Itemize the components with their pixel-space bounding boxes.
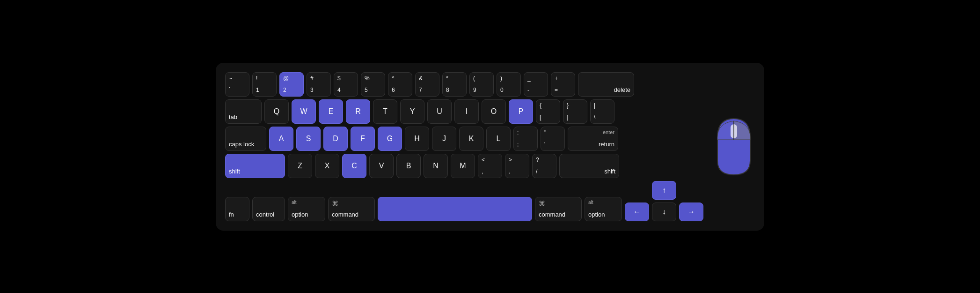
key-alt-right[interactable]: alt option [585, 197, 622, 221]
key-tab[interactable]: tab [225, 99, 262, 124]
key-c[interactable]: C [342, 154, 366, 178]
key-9[interactable]: ( 9 [469, 72, 494, 97]
key-quote[interactable]: " ' [541, 127, 565, 151]
key-lbracket[interactable]: { [ [536, 99, 560, 124]
key-backslash[interactable]: | \ [590, 99, 614, 124]
row-bottom: fn control alt option ⌘ command ⌘ comman… [225, 181, 703, 221]
key-r[interactable]: R [346, 99, 370, 124]
key-5[interactable]: % 5 [361, 72, 385, 97]
key-q[interactable]: Q [264, 99, 289, 124]
key-p[interactable]: P [509, 99, 533, 124]
key-arrow-left[interactable]: ← [625, 203, 649, 221]
key-control[interactable]: control [252, 197, 285, 221]
key-1[interactable]: ! 1 [252, 72, 277, 97]
key-command-left[interactable]: ⌘ command [328, 197, 375, 221]
key-period[interactable]: > . [505, 154, 529, 178]
key-semicolon[interactable]: : ; [513, 127, 538, 151]
key-n[interactable]: N [424, 154, 448, 178]
key-l[interactable]: L [486, 127, 511, 151]
key-rbracket[interactable]: } ] [563, 99, 587, 124]
arrow-cluster: ↑ ← ↓ → [625, 181, 703, 221]
key-f[interactable]: F [351, 127, 375, 151]
key-comma[interactable]: < , [478, 154, 502, 178]
key-minus[interactable]: _ - [524, 72, 548, 97]
key-arrow-down[interactable]: ↓ [652, 203, 676, 221]
key-h[interactable]: H [405, 127, 429, 151]
keyboard: ~ ` ! 1 @ 2 # 3 $ 4 % 5 [225, 72, 703, 221]
key-3[interactable]: # 3 [307, 72, 331, 97]
key-alt-left[interactable]: alt option [288, 197, 325, 221]
key-k[interactable]: K [459, 127, 483, 151]
key-equals[interactable]: + = [551, 72, 575, 97]
key-delete[interactable]: delete [578, 72, 634, 97]
row-qwerty: tab Q W E R T Y U I [225, 99, 703, 124]
row-zxcv: shift Z X C V B N M < [225, 154, 703, 178]
key-space[interactable] [378, 197, 532, 221]
key-b[interactable]: B [396, 154, 421, 178]
key-i[interactable]: I [454, 99, 479, 124]
key-t[interactable]: T [373, 99, 397, 124]
key-command-right[interactable]: ⌘ command [535, 197, 582, 221]
key-tilde[interactable]: ~ ` [225, 72, 249, 97]
key-4[interactable]: $ 4 [334, 72, 358, 97]
key-0[interactable]: ) 0 [497, 72, 521, 97]
key-g[interactable]: G [378, 127, 402, 151]
key-8[interactable]: * 8 [442, 72, 467, 97]
key-arrow-right[interactable]: → [679, 203, 703, 221]
key-o[interactable]: O [482, 99, 506, 124]
key-d[interactable]: D [323, 127, 348, 151]
key-s[interactable]: S [296, 127, 321, 151]
key-slash[interactable]: ? / [532, 154, 556, 178]
key-a[interactable]: A [269, 127, 293, 151]
key-2[interactable]: @ 2 [279, 72, 304, 97]
keyboard-container: ~ ` ! 1 @ 2 # 3 $ 4 % 5 [216, 63, 764, 231]
key-j[interactable]: J [432, 127, 456, 151]
key-enter[interactable]: enter return [568, 127, 618, 151]
key-fn[interactable]: fn [225, 197, 249, 221]
key-6[interactable]: ^ 6 [388, 72, 412, 97]
key-arrow-up[interactable]: ↑ [652, 181, 676, 200]
mouse [713, 114, 755, 180]
key-v[interactable]: V [369, 154, 394, 178]
key-z[interactable]: Z [288, 154, 312, 178]
key-w[interactable]: W [292, 99, 316, 124]
key-shift-left[interactable]: shift [225, 154, 285, 178]
key-y[interactable]: Y [400, 99, 424, 124]
key-7[interactable]: & 7 [415, 72, 439, 97]
key-capslock[interactable]: caps lock [225, 127, 266, 151]
key-x[interactable]: X [315, 154, 339, 178]
key-shift-right[interactable]: shift [559, 154, 619, 178]
key-e[interactable]: E [319, 99, 343, 124]
key-u[interactable]: U [427, 99, 452, 124]
key-m[interactable]: M [451, 154, 475, 178]
row-number: ~ ` ! 1 @ 2 # 3 $ 4 % 5 [225, 72, 703, 97]
row-asdf: caps lock A S D F G H J [225, 127, 703, 151]
